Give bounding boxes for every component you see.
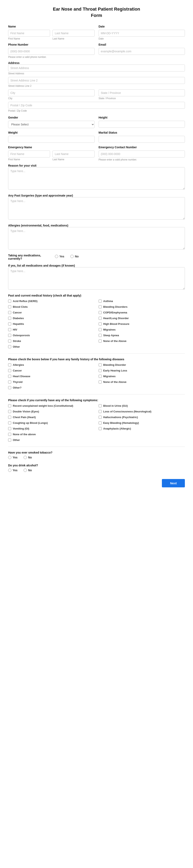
checkbox-stroke[interactable]: Stroke: [8, 340, 94, 343]
checkbox-fh-heart[interactable]: Heart Disease: [8, 375, 94, 378]
medications-list-textarea[interactable]: [8, 267, 185, 289]
cb-other-symptoms[interactable]: [8, 438, 11, 441]
cb-blood-urine[interactable]: [99, 404, 102, 407]
checkbox-hiv[interactable]: HIV: [8, 328, 94, 331]
next-button[interactable]: Next: [162, 479, 185, 487]
cb-hiv[interactable]: [8, 328, 11, 331]
emergency-phone-input[interactable]: [99, 151, 185, 157]
first-name-input[interactable]: [8, 30, 50, 37]
medications-yes-option[interactable]: Yes: [55, 255, 64, 258]
checkbox-fh-bleeding[interactable]: Bleeding Disorder: [99, 363, 185, 366]
state-input[interactable]: [99, 89, 185, 96]
cb-easy-bleeding[interactable]: [99, 422, 102, 425]
checkbox-diabetes[interactable]: Diabetes: [8, 317, 94, 320]
cb-bleeding-disorders[interactable]: [99, 305, 102, 308]
cb-osteoporosis[interactable]: [8, 334, 11, 337]
cb-hallucinations[interactable]: [99, 416, 102, 419]
smoked-yes-radio[interactable]: [8, 456, 11, 459]
checkbox-chest-pain[interactable]: Chest Pain (Heart): [8, 416, 94, 419]
cb-acid-reflux[interactable]: [8, 300, 11, 303]
checkbox-weight-loss[interactable]: Recent unexplained weight loss (Constitu…: [8, 404, 94, 407]
cb-vomiting[interactable]: [8, 427, 11, 430]
cb-fh-allergies[interactable]: [8, 363, 11, 366]
cb-high-bp[interactable]: [99, 322, 102, 326]
checkbox-anaphylaxis[interactable]: Anaphylaxis (Allergic): [99, 427, 185, 430]
cb-fh-other[interactable]: [8, 386, 11, 389]
checkbox-asthma[interactable]: Asthma: [99, 300, 185, 303]
street2-input[interactable]: [8, 77, 185, 84]
alcohol-yes-option[interactable]: Yes: [8, 469, 17, 472]
cb-chest-pain[interactable]: [8, 416, 11, 419]
cb-migraines[interactable]: [99, 328, 102, 331]
cb-none-above-medical[interactable]: [99, 340, 102, 343]
checkbox-fh-allergies[interactable]: Allergies: [8, 363, 94, 366]
checkbox-cancer[interactable]: Cancer: [8, 311, 94, 314]
checkbox-fh-cancer[interactable]: Cancer: [8, 369, 94, 372]
checkbox-hallucinations[interactable]: Hallucinations (Psychiatric): [99, 416, 185, 419]
cb-copd[interactable]: [99, 311, 102, 314]
emergency-lastname-input[interactable]: [52, 151, 94, 157]
cb-none-symptoms[interactable]: [8, 433, 11, 436]
checkbox-loss-consciousness[interactable]: Loss of Consciousness (Neurological): [99, 410, 185, 413]
cb-cancer[interactable]: [8, 311, 11, 314]
checkbox-double-vision[interactable]: Double Vision (Eyes): [8, 410, 94, 413]
allergies-textarea[interactable]: [8, 227, 185, 249]
cb-fh-heart[interactable]: [8, 375, 11, 378]
cb-stroke[interactable]: [8, 340, 11, 343]
cb-fh-cancer[interactable]: [8, 369, 11, 372]
cb-fh-none[interactable]: [99, 380, 102, 383]
medications-no-radio[interactable]: [70, 255, 74, 258]
alcohol-no-option[interactable]: No: [24, 469, 32, 472]
cb-fh-hearing[interactable]: [99, 369, 102, 372]
alcohol-yes-radio[interactable]: [8, 469, 11, 472]
cb-double-vision[interactable]: [8, 410, 11, 413]
reason-textarea[interactable]: [8, 167, 185, 190]
alcohol-no-radio[interactable]: [24, 469, 27, 472]
checkbox-osteoporosis[interactable]: Osteoporosis: [8, 334, 94, 337]
smoked-no-option[interactable]: No: [24, 456, 32, 459]
cb-sleep-apnea[interactable]: [99, 334, 102, 337]
cb-coughing-blood[interactable]: [8, 422, 11, 425]
checkbox-vomiting[interactable]: Vomiting (GI): [8, 427, 94, 430]
cb-blood-clots[interactable]: [8, 305, 11, 308]
checkbox-migraines[interactable]: Migraines: [99, 328, 185, 331]
checkbox-coughing-blood[interactable]: Coughing up Blood (Lungs): [8, 422, 94, 425]
checkbox-easy-bleeding[interactable]: Easy Bleeding (Hematology): [99, 422, 185, 425]
cb-anaphylaxis[interactable]: [99, 427, 102, 430]
cb-asthma[interactable]: [99, 300, 102, 303]
checkbox-fh-hearing[interactable]: Early Hearing Loss: [99, 369, 185, 372]
smoked-no-radio[interactable]: [24, 456, 27, 459]
city-input[interactable]: [8, 89, 94, 96]
cb-fh-bleeding[interactable]: [99, 363, 102, 366]
marital-input[interactable]: [99, 136, 185, 143]
checkbox-fh-migraines[interactable]: Migraines: [99, 375, 185, 378]
medications-no-option[interactable]: No: [70, 255, 79, 258]
checkbox-hepatitis[interactable]: Hepatitis: [8, 322, 94, 326]
checkbox-acid-reflux[interactable]: Acid Reflux (GERD): [8, 300, 94, 303]
emergency-firstname-input[interactable]: [8, 151, 50, 157]
date-input[interactable]: [99, 30, 185, 37]
cb-weight-loss[interactable]: [8, 404, 11, 407]
surgeries-textarea[interactable]: [8, 197, 185, 220]
cb-fh-thyroid[interactable]: [8, 380, 11, 383]
smoked-yes-option[interactable]: Yes: [8, 456, 17, 459]
cb-other-medical[interactable]: [8, 345, 11, 348]
last-name-input[interactable]: [52, 30, 94, 37]
cb-hepatitis[interactable]: [8, 322, 11, 326]
checkbox-fh-other[interactable]: Other?: [8, 386, 94, 389]
checkbox-sleep-apnea[interactable]: Sleep Apnea: [99, 334, 185, 337]
cb-diabetes[interactable]: [8, 317, 11, 320]
checkbox-none-above-medical[interactable]: None of the Above: [99, 340, 185, 343]
cb-heart-lung[interactable]: [99, 317, 102, 320]
cb-loss-consciousness[interactable]: [99, 410, 102, 413]
checkbox-fh-none[interactable]: None of the Above: [99, 380, 185, 383]
gender-select[interactable]: Please Select Male Female Non-binary Pre…: [8, 121, 94, 128]
checkbox-fh-thyroid[interactable]: Thyroid: [8, 380, 94, 383]
checkbox-none-symptoms[interactable]: None of the above: [8, 433, 94, 436]
weight-input[interactable]: [8, 136, 94, 143]
zip-input[interactable]: [8, 102, 185, 109]
street1-input[interactable]: [8, 65, 185, 71]
checkbox-copd[interactable]: COPD/Emphysema: [99, 311, 185, 314]
cb-fh-migraines[interactable]: [99, 375, 102, 378]
height-input[interactable]: [99, 121, 185, 128]
